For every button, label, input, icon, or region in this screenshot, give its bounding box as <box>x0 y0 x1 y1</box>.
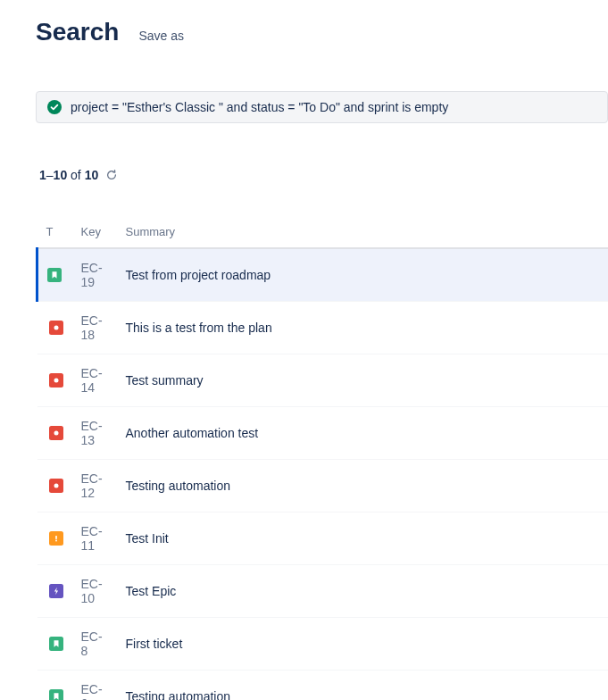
results-table: T Key Summary EC-19Test from project roa… <box>36 218 608 700</box>
table-row[interactable]: EC-10Test Epic <box>37 565 609 618</box>
issue-summary[interactable]: Test Init <box>117 512 609 565</box>
table-row[interactable]: EC-19Test from project roadmap <box>37 248 609 302</box>
page-title: Search <box>36 18 119 46</box>
table-row[interactable]: EC-8First ticket <box>37 618 609 671</box>
table-row[interactable]: EC-12Testing automation <box>37 460 609 512</box>
col-type[interactable]: T <box>37 218 72 248</box>
issue-key[interactable]: EC-14 <box>72 354 117 407</box>
issue-type-cell <box>37 618 72 671</box>
issue-key[interactable]: EC-6 <box>72 671 117 701</box>
issue-key[interactable]: EC-19 <box>72 248 117 302</box>
issue-type-cell <box>37 565 72 618</box>
table-row[interactable]: EC-14Test summary <box>37 354 609 407</box>
issue-type-cell <box>37 302 72 354</box>
issue-summary[interactable]: Testing automation <box>117 460 609 512</box>
svg-rect-6 <box>55 540 57 542</box>
table-row[interactable]: EC-6Testing automation <box>37 671 609 701</box>
table-row[interactable]: EC-18This is a test from the plan <box>37 302 609 354</box>
svg-point-1 <box>54 326 58 330</box>
issue-type-cell <box>37 248 72 302</box>
story-icon <box>47 268 62 282</box>
issue-type-cell <box>37 407 72 460</box>
table-row[interactable]: EC-11Test Init <box>37 512 609 565</box>
table-row[interactable]: EC-13Another automation test <box>37 407 609 460</box>
bug-icon <box>49 426 63 440</box>
svg-rect-5 <box>55 536 57 539</box>
epic-icon <box>49 584 63 598</box>
check-circle-icon <box>47 100 62 114</box>
issue-key[interactable]: EC-8 <box>72 618 117 671</box>
issue-key[interactable]: EC-11 <box>72 512 117 565</box>
issue-summary[interactable]: Test from project roadmap <box>117 248 609 302</box>
story-icon <box>49 689 63 700</box>
svg-point-2 <box>54 379 58 383</box>
pager-range: 1–10 of 10 <box>39 168 98 182</box>
col-summary[interactable]: Summary <box>117 218 609 248</box>
issue-summary[interactable]: Another automation test <box>117 407 609 460</box>
bug-icon <box>49 321 63 335</box>
issue-summary[interactable]: This is a test from the plan <box>117 302 609 354</box>
results-pager-top: 1–10 of 10 <box>36 168 608 182</box>
issue-summary[interactable]: Testing automation <box>117 671 609 701</box>
page-header: Search Save as <box>36 18 608 46</box>
col-key[interactable]: Key <box>72 218 117 248</box>
issue-summary[interactable]: Test summary <box>117 354 609 407</box>
issue-key[interactable]: EC-18 <box>72 302 117 354</box>
issue-key[interactable]: EC-13 <box>72 407 117 460</box>
story-icon <box>49 637 63 651</box>
risk-icon <box>49 531 63 546</box>
bug-icon <box>49 479 63 493</box>
issue-type-cell <box>37 460 72 512</box>
issue-type-cell <box>37 354 72 407</box>
issue-key[interactable]: EC-10 <box>72 565 117 618</box>
issue-type-cell <box>37 671 72 701</box>
svg-point-4 <box>54 484 58 488</box>
bug-icon <box>49 373 63 388</box>
issue-key[interactable]: EC-12 <box>72 460 117 512</box>
svg-point-3 <box>54 431 58 436</box>
issue-summary[interactable]: First ticket <box>117 618 609 671</box>
save-as-button[interactable]: Save as <box>138 29 184 43</box>
issue-type-cell <box>37 512 72 565</box>
issue-summary[interactable]: Test Epic <box>117 565 609 618</box>
jql-search-bar[interactable]: project = "Esther's Classic " and status… <box>36 91 608 123</box>
jql-query-text: project = "Esther's Classic " and status… <box>71 100 448 114</box>
refresh-icon[interactable] <box>105 169 118 181</box>
